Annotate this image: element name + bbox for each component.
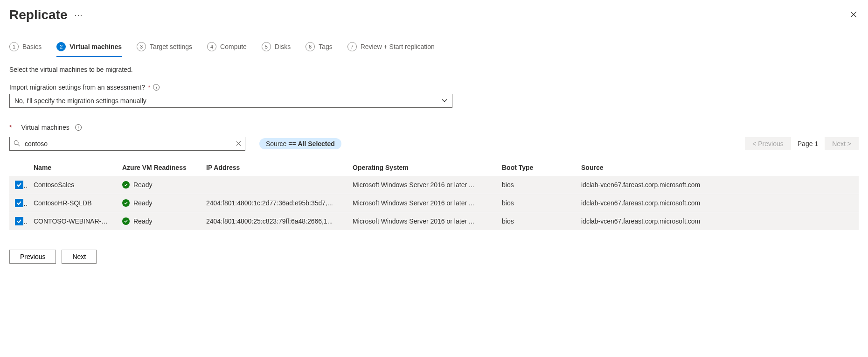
pager-page: Page 1 [798, 140, 818, 147]
close-icon[interactable] [848, 8, 859, 22]
step-virtual-machines[interactable]: 2 Virtual machines [56, 39, 122, 57]
pager-next-button[interactable]: Next > [825, 137, 859, 150]
ready-icon [122, 199, 130, 207]
section-label-text: Virtual machines [21, 124, 69, 131]
assessment-label-text: Import migration settings from an assess… [9, 84, 145, 91]
step-num: 7 [347, 42, 357, 51]
footer-buttons: Previous Next [9, 250, 859, 264]
filter-prefix: Source == [266, 140, 298, 147]
step-label: Disks [275, 43, 291, 50]
step-num: 4 [207, 42, 216, 51]
row-checkbox[interactable] [15, 217, 23, 225]
cell-name: ContosoHR-SQLDB [28, 194, 117, 212]
info-icon[interactable]: i [75, 124, 82, 131]
cell-source: idclab-vcen67.fareast.corp.microsoft.com [576, 194, 859, 212]
col-header-boot[interactable]: Boot Type [496, 159, 576, 176]
step-label: Basics [22, 43, 42, 50]
search-input[interactable] [24, 140, 232, 148]
step-compute[interactable]: 4 Compute [207, 39, 247, 57]
cell-name: ContosoSales [28, 176, 117, 194]
filter-pill-source[interactable]: Source == All Selected [259, 138, 341, 149]
cell-readiness: Ready [117, 212, 201, 231]
cell-readiness: Ready [117, 194, 201, 212]
vm-section-label: * Virtual machines i [9, 124, 859, 131]
table-row[interactable]: ContosoHR-SQLDBReady2404:f801:4800:1c:2d… [9, 194, 859, 212]
wizard-steps: 1 Basics 2 Virtual machines 3 Target set… [9, 39, 859, 57]
step-basics[interactable]: 1 Basics [9, 39, 42, 57]
step-num: 5 [262, 42, 271, 51]
more-icon[interactable]: ⋯ [74, 10, 83, 20]
cell-ip: 2404:f801:4800:1c:2d77:36ad:e95b:35d7,..… [201, 194, 347, 212]
table-header-row: Name Azure VM Readiness IP Address Opera… [9, 159, 859, 176]
step-num: 2 [56, 42, 66, 51]
step-target-settings[interactable]: 3 Target settings [137, 39, 192, 57]
step-disks[interactable]: 5 Disks [262, 39, 291, 57]
step-label: Virtual machines [69, 43, 122, 50]
svg-line-1 [18, 144, 20, 146]
cell-boot: bios [496, 212, 576, 231]
clear-icon[interactable] [236, 140, 241, 147]
cell-source: idclab-vcen67.fareast.corp.microsoft.com [576, 176, 859, 194]
panel-header: Replicate ⋯ [9, 7, 859, 22]
required-asterisk: * [148, 84, 150, 91]
row-checkbox[interactable] [15, 199, 23, 207]
col-header-os[interactable]: Operating System [347, 159, 496, 176]
step-num: 1 [9, 42, 19, 51]
step-label: Review + Start replication [361, 43, 435, 50]
cell-boot: bios [496, 176, 576, 194]
cell-boot: bios [496, 194, 576, 212]
step-label: Target settings [150, 43, 192, 50]
step-num: 3 [137, 42, 146, 51]
step-label: Compute [220, 43, 247, 50]
cell-os: Microsoft Windows Server 2016 or later .… [347, 194, 496, 212]
controls-row: Source == All Selected < Previous Page 1… [9, 137, 859, 151]
assessment-select[interactable]: No, I'll specify the migration settings … [9, 94, 452, 108]
instruction-text: Select the virtual machines to be migrat… [9, 66, 859, 73]
table-row[interactable]: ContosoSalesReadyMicrosoft Windows Serve… [9, 176, 859, 194]
next-button[interactable]: Next [62, 250, 97, 264]
pager-prev-button[interactable]: < Previous [745, 137, 791, 150]
cell-readiness: Ready [117, 176, 201, 194]
assessment-value: No, I'll specify the migration settings … [14, 97, 146, 105]
info-icon[interactable]: i [153, 84, 160, 91]
cell-name: CONTOSO-WEBINAR-… [28, 212, 117, 231]
col-header-ip[interactable]: IP Address [201, 159, 347, 176]
col-header-readiness[interactable]: Azure VM Readiness [117, 159, 201, 176]
search-icon [14, 140, 20, 148]
ready-icon [122, 217, 130, 225]
col-header-name[interactable]: Name [28, 159, 117, 176]
controls-left: Source == All Selected [9, 137, 341, 151]
step-review-start[interactable]: 7 Review + Start replication [347, 39, 435, 57]
required-asterisk: * [9, 124, 12, 131]
cell-source: idclab-vcen67.fareast.corp.microsoft.com [576, 212, 859, 231]
filter-value: All Selected [298, 140, 335, 147]
assessment-label: Import migration settings from an assess… [9, 84, 859, 91]
step-num: 6 [306, 42, 315, 51]
pager: < Previous Page 1 Next > [745, 137, 859, 150]
svg-point-0 [14, 140, 18, 145]
step-tags[interactable]: 6 Tags [306, 39, 333, 57]
search-input-wrapper[interactable] [9, 137, 245, 151]
col-header-source[interactable]: Source [576, 159, 859, 176]
row-checkbox[interactable] [15, 181, 23, 189]
chevron-down-icon [442, 98, 447, 104]
previous-button[interactable]: Previous [9, 250, 56, 264]
header-left: Replicate ⋯ [9, 7, 83, 22]
vm-table: Name Azure VM Readiness IP Address Opera… [9, 159, 859, 230]
cell-ip [201, 176, 347, 194]
ready-icon [122, 181, 130, 189]
table-row[interactable]: CONTOSO-WEBINAR-…Ready2404:f801:4800:25:… [9, 212, 859, 231]
page-title: Replicate [9, 7, 68, 22]
cell-os: Microsoft Windows Server 2016 or later .… [347, 212, 496, 231]
cell-ip: 2404:f801:4800:25:c823:79ff:6a48:2666,1.… [201, 212, 347, 231]
step-label: Tags [319, 43, 333, 50]
cell-os: Microsoft Windows Server 2016 or later .… [347, 176, 496, 194]
